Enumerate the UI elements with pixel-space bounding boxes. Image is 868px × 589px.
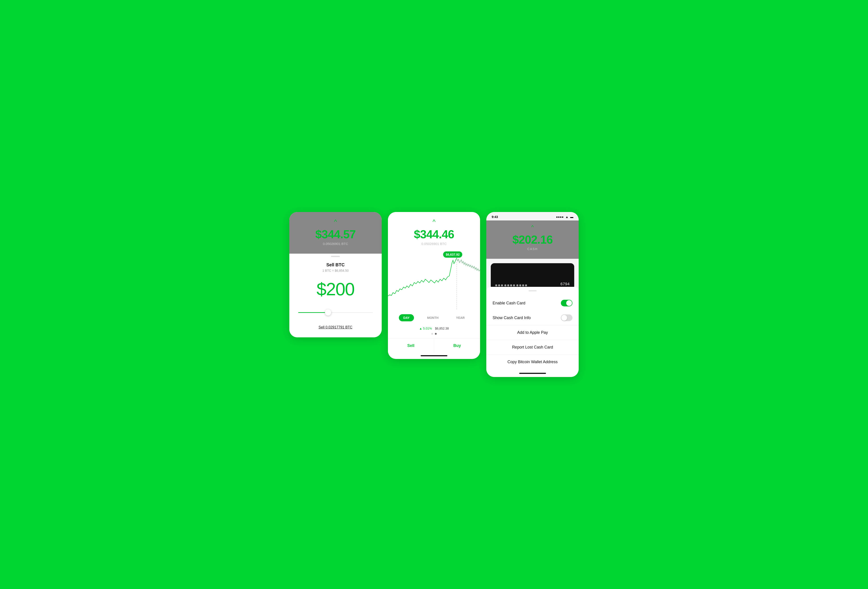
price-gain: ▲ 5.01%: [419, 327, 432, 330]
dot-2: [435, 333, 437, 335]
stats-row: ▲ 5.01% $6,852.38: [388, 325, 480, 333]
copy-bitcoin-wallet-label: Copy Bitcoin Wallet Address: [508, 360, 558, 364]
cash-label: CASH: [527, 247, 538, 251]
report-lost-card-label: Report Lost Cash Card: [512, 345, 553, 349]
toggle-knob-off: [561, 315, 567, 321]
buy-button[interactable]: Buy: [434, 339, 480, 353]
enable-cash-card-toggle[interactable]: [561, 300, 573, 306]
time-selector: DAY MONTH YEAR: [388, 312, 480, 324]
enable-cash-card-row: Enable Cash Card: [486, 296, 579, 311]
report-lost-card-row[interactable]: Report Lost Cash Card: [486, 340, 579, 355]
slider-track: [298, 312, 373, 313]
cash-chevron-up[interactable]: ^: [531, 224, 534, 230]
card-dot: [513, 284, 515, 286]
chart-chevron-up[interactable]: ^: [433, 218, 435, 225]
card-dot: [525, 284, 527, 286]
chevron-up-icon[interactable]: ^: [334, 218, 337, 225]
screen-sell-btc: ^ $344.57 0.05026901 BTC Sell BTC 1 BTC …: [289, 212, 382, 337]
sell-sheet: Sell BTC 1 BTC = $6,854.50 $200 Sell 0.0…: [289, 252, 382, 337]
card-dot-group-3: [516, 284, 527, 286]
screen-chart: ^ $344.46 0.05026901 BTC $6,637.92 DAY M…: [388, 212, 480, 359]
gain-price: $6,852.38: [435, 327, 449, 330]
chart-area: $6,637.92: [388, 249, 480, 312]
pagination-dots: [388, 333, 480, 335]
chart-header: ^ $344.46 0.05026901 BTC: [388, 212, 480, 249]
status-icons: ●●●● ▲ ▬: [556, 215, 573, 219]
card-dot-group-2: [504, 284, 515, 286]
card-dot: [495, 284, 497, 286]
enable-cash-card-label: Enable Cash Card: [493, 301, 525, 305]
sell-amount: $200: [316, 279, 354, 299]
toggle-knob-on: [566, 300, 572, 306]
slider-thumb[interactable]: [325, 309, 331, 315]
action-buttons: Sell Buy: [388, 338, 480, 353]
signal-icon: ●●●●: [556, 215, 564, 219]
slider-fill: [298, 312, 328, 313]
cash-header: ^ $202.16 CASH: [486, 221, 579, 259]
btc-price: $344.57: [315, 228, 356, 241]
btc-amount: 0.05026901 BTC: [323, 242, 348, 246]
card-dot: [498, 284, 500, 286]
top-header-sell: ^ $344.57 0.05026901 BTC: [289, 212, 382, 254]
card-dot-group-1: [495, 284, 503, 286]
card-dot: [504, 284, 506, 286]
chart-btc-sub: 0.05026901 BTC: [421, 242, 446, 246]
battery-icon: ▬: [570, 215, 573, 219]
show-cash-card-info-toggle[interactable]: [561, 314, 573, 321]
sell-button[interactable]: Sell: [388, 339, 434, 353]
copy-bitcoin-wallet-row[interactable]: Copy Bitcoin Wallet Address: [486, 355, 579, 369]
sheet-handle: [528, 290, 537, 291]
card-dot: [510, 284, 512, 286]
cash-card-sheet: Enable Cash Card Show Cash Card Info Add…: [486, 287, 579, 377]
add-apple-pay-label: Add to Apple Pay: [517, 330, 548, 335]
status-time: 9:43: [492, 215, 498, 219]
card-dot: [519, 284, 521, 286]
sell-rate: 1 BTC = $6,854.50: [322, 269, 348, 272]
chart-price: $344.46: [414, 228, 454, 241]
cash-amount: $202.16: [512, 233, 553, 246]
card-dot: [516, 284, 518, 286]
time-btn-day[interactable]: DAY: [399, 314, 414, 321]
card-dot: [522, 284, 524, 286]
home-indicator-3: [519, 373, 546, 374]
time-btn-month[interactable]: MONTH: [423, 314, 443, 321]
sell-btc-label: Sell 0.02917791 BTC: [319, 326, 352, 329]
wifi-icon: ▲: [565, 215, 568, 219]
chart-tooltip: $6,637.92: [443, 252, 462, 258]
card-last4: 6794: [560, 282, 570, 286]
card-dots: [495, 284, 560, 286]
dot-1: [431, 333, 433, 335]
card-dot: [507, 284, 509, 286]
add-apple-pay-row[interactable]: Add to Apple Pay: [486, 326, 579, 340]
sell-btc-text: Sell 0.02917791 BTC: [319, 326, 352, 329]
amount-slider[interactable]: [298, 308, 373, 317]
time-btn-year[interactable]: YEAR: [452, 314, 469, 321]
price-chart: [388, 252, 480, 309]
status-bar: 9:43 ●●●● ▲ ▬: [486, 212, 579, 221]
screens-container: ^ $344.57 0.05026901 BTC Sell BTC 1 BTC …: [289, 212, 579, 377]
sell-title: Sell BTC: [326, 262, 344, 268]
cash-card-visual: 6794: [491, 263, 574, 290]
screen-cash-card: 9:43 ●●●● ▲ ▬ ^ $202.16 CASH: [486, 212, 579, 377]
home-indicator: [421, 355, 447, 356]
show-cash-card-info-label: Show Cash Card Info: [493, 315, 531, 320]
show-cash-card-info-row: Show Cash Card Info: [486, 311, 579, 325]
drag-handle: [331, 256, 340, 257]
card-dot: [501, 284, 503, 286]
